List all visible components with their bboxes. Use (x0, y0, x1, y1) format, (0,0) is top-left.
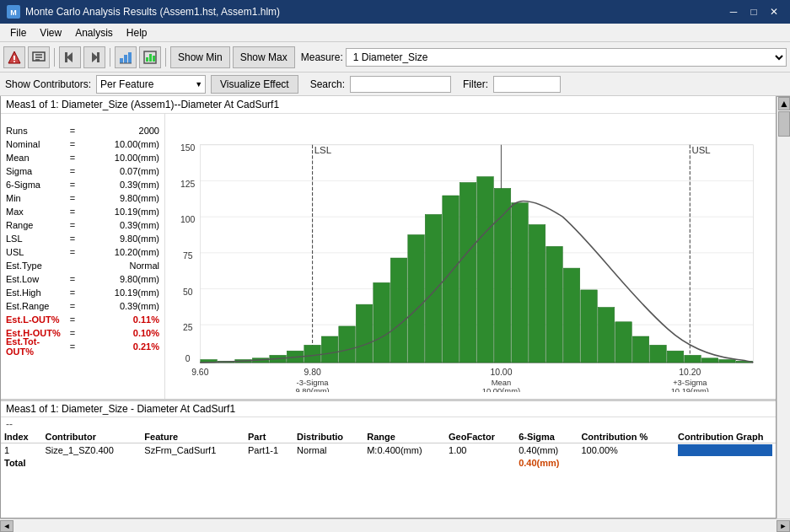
filter-input[interactable] (493, 76, 561, 93)
stat-value: 0.10% (78, 328, 159, 338)
stat-eq: = (67, 287, 78, 298)
cell-feature: SzFrm_CadSurf1 (141, 443, 245, 458)
visualize-effect-button[interactable]: Visualize Effect (211, 75, 298, 94)
icon-btn-forward[interactable] (83, 46, 105, 68)
stat-row: Est.Low=9.80(mm) (6, 272, 159, 286)
stat-row: Mean=10.00(mm) (6, 151, 159, 164)
search-input[interactable] (350, 76, 451, 93)
filter-label: Filter: (463, 78, 488, 90)
main-panel: Meas1 of 1: Diameter_Size (Assem1)--Diam… (0, 96, 777, 519)
total-row: Total0.40(mm) (1, 457, 776, 469)
stat-label: LSL (6, 234, 67, 244)
total-empty (578, 457, 674, 469)
stat-value: 0.39(mm) (78, 220, 159, 230)
stat-eq: = (67, 180, 78, 190)
title-bar: M Monte Carlo Analysis Results (Assem1.h… (0, 0, 790, 24)
content-area: Meas1 of 1: Diameter_Size (Assem1)--Diam… (0, 96, 790, 519)
close-button[interactable]: ✕ (765, 4, 783, 19)
icon-btn-2[interactable] (28, 46, 50, 68)
stat-row: Est.L-OUT%=0.11% (6, 313, 159, 326)
svg-rect-28 (200, 145, 753, 363)
svg-text:10.00: 10.00 (490, 368, 512, 377)
horizontal-scrollbar[interactable]: ◄ ► (0, 519, 790, 532)
stat-eq: = (67, 166, 78, 176)
stat-row: Max=10.19(mm) (6, 205, 159, 218)
col-distribution: Distributio (293, 431, 363, 443)
scroll-track (13, 520, 777, 532)
menu-help[interactable]: Help (120, 25, 154, 40)
stat-eq: = (67, 274, 78, 284)
stat-row: USL=10.20(mm) (6, 245, 159, 259)
stat-eq: = (67, 193, 78, 203)
svg-text:+3-Sigma: +3-Sigma (673, 379, 707, 387)
col-geofactor: GeoFactor (445, 431, 515, 443)
stat-eq: = (67, 126, 78, 136)
histogram-bar (425, 214, 441, 363)
svg-text:50: 50 (183, 287, 193, 297)
stat-label: Est.Tot-OUT% (6, 336, 67, 357)
histogram-bar (563, 268, 579, 363)
maximize-button[interactable]: □ (744, 4, 763, 19)
app-icon: M (7, 5, 20, 19)
vertical-scrollbar[interactable]: ▲ (777, 96, 790, 519)
icon-btn-back[interactable] (59, 46, 81, 68)
scroll-up-btn[interactable]: ▲ (778, 97, 790, 110)
stat-eq: = (67, 301, 78, 311)
minimize-button[interactable]: ─ (724, 4, 743, 19)
icon-btn-1[interactable] (3, 46, 25, 68)
svg-text:25: 25 (183, 324, 193, 333)
contributors-bar: Show Contributors: Per Feature Visualize… (0, 73, 790, 96)
contribution-bar (678, 444, 772, 456)
measure-select[interactable]: 1 Diameter_Size (346, 48, 787, 67)
stat-eq: = (67, 341, 78, 352)
menu-analysis[interactable]: Analysis (68, 25, 120, 40)
scroll-left-btn[interactable]: ◄ (0, 520, 13, 532)
chart-stats-area: Runs=2000Nominal=10.00(mm)Mean=10.00(mm)… (1, 114, 776, 400)
col-contribution-pct: Contribution % (578, 431, 674, 443)
svg-text:10.19(mm): 10.19(mm) (671, 387, 709, 392)
stats-container: Runs=2000Nominal=10.00(mm)Mean=10.00(mm)… (6, 124, 159, 353)
histogram-bar (477, 177, 493, 363)
svg-text:9.80(mm): 9.80(mm) (296, 387, 330, 392)
stat-eq: = (67, 247, 78, 257)
total-empty-cell (363, 457, 445, 469)
svg-rect-10 (65, 52, 67, 62)
stat-value: 2000 (78, 126, 159, 136)
contributors-table: Index Contributor Feature Part Distribut… (1, 431, 776, 469)
show-max-button[interactable]: Show Max (233, 46, 295, 68)
app-window: M Monte Carlo Analysis Results (Assem1.h… (0, 0, 790, 532)
stat-value: 10.20(mm) (78, 247, 159, 257)
table-row: 1Size_1_SZ0.400SzFrm_CadSurf1Part1-1Norm… (1, 443, 776, 458)
icon-btn-chart2[interactable] (139, 46, 161, 68)
show-contributors-label: Show Contributors: (5, 78, 91, 90)
histogram-bar (459, 183, 476, 363)
stat-label: Nominal (6, 139, 67, 149)
histogram-bar (615, 322, 631, 363)
histogram-bar (685, 355, 701, 363)
histogram-bar (408, 234, 424, 362)
section-header: Meas1 of 1: Diameter_Size (Assem1)--Diam… (1, 96, 776, 114)
stat-row: Est.TypeNormal (6, 259, 159, 272)
histogram-bar (512, 203, 528, 363)
measure-label: Measure: (301, 51, 343, 63)
stat-value: 9.80(mm) (78, 193, 159, 203)
histogram-bar (304, 345, 320, 363)
histogram-bar (390, 258, 406, 363)
separator-1 (54, 48, 55, 67)
svg-text:150: 150 (180, 143, 196, 153)
stat-row: Est.Tot-OUT%=0.21% (6, 340, 159, 353)
menu-file[interactable]: File (3, 25, 33, 40)
cell-geofactor: 1.00 (445, 443, 515, 458)
histogram-bar (581, 290, 597, 363)
menu-view[interactable]: View (33, 25, 68, 40)
icon-btn-chart1[interactable] (115, 46, 137, 68)
scroll-right-btn[interactable]: ► (777, 520, 790, 532)
total-label: Total (1, 457, 141, 469)
stat-label: Range (6, 220, 67, 230)
cell-part: Part1-1 (245, 443, 293, 458)
per-feature-select[interactable]: Per Feature (96, 75, 206, 94)
show-min-button[interactable]: Show Min (170, 46, 230, 68)
menu-bar: File View Analysis Help (0, 24, 790, 42)
scroll-thumb[interactable] (778, 111, 790, 137)
bottom-section-header: Meas1 of 1: Diameter_Size - Diameter At … (1, 401, 776, 417)
